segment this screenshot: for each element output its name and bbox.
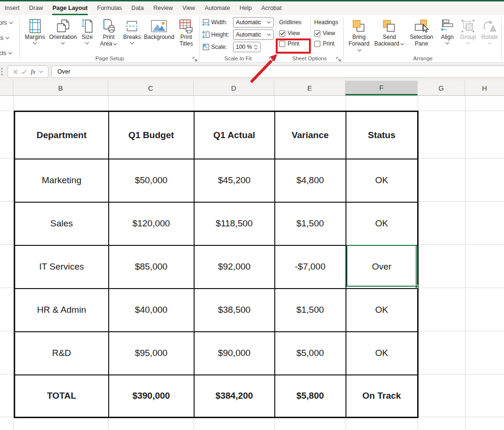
column-header-b[interactable]: B xyxy=(13,81,108,95)
column-header-g[interactable]: G xyxy=(418,81,465,95)
page-setup-dialog-launcher[interactable] xyxy=(192,55,198,61)
header-cell[interactable]: Variance xyxy=(275,112,346,159)
tab-acrobat[interactable]: Acrobat xyxy=(261,1,281,15)
arrange-group: Bring Forward Send Backward Selection Pa… xyxy=(345,15,501,63)
cell[interactable]: $5,000 xyxy=(275,332,346,375)
tab-page-layout[interactable]: Page Layout xyxy=(52,1,87,15)
column-header-c[interactable]: C xyxy=(108,81,194,95)
headings-column: Headings View Print xyxy=(313,19,340,49)
cell[interactable]: $90,000 xyxy=(194,332,275,375)
align-label: Align xyxy=(441,34,454,41)
column-header-f-selected[interactable]: F xyxy=(345,81,418,95)
headings-view-checkbox[interactable]: View xyxy=(314,28,340,38)
tab-formulas[interactable]: Formulas xyxy=(97,1,122,15)
column-header-e[interactable]: E xyxy=(274,81,345,95)
cell[interactable]: On Track xyxy=(346,375,418,418)
cancel-icon[interactable] xyxy=(13,69,18,75)
size-label: Size xyxy=(82,34,93,41)
chevron-down-icon xyxy=(130,42,134,45)
chevron-down-icon[interactable] xyxy=(39,70,43,73)
cell[interactable]: $38,500 xyxy=(194,289,275,332)
send-backward-button[interactable]: Send Backward xyxy=(374,18,405,47)
cell[interactable]: $92,000 xyxy=(194,245,275,289)
gridlines-print-checkbox[interactable]: Print xyxy=(279,39,307,48)
tab-insert[interactable]: Insert xyxy=(5,1,19,15)
header-cell[interactable]: Q1 Budget xyxy=(109,112,194,159)
selection-pane-button[interactable]: Selection Pane xyxy=(407,18,436,47)
height-select[interactable]: Automatic xyxy=(233,29,274,40)
column-header-a-partial[interactable] xyxy=(0,81,13,95)
cell[interactable]: OK xyxy=(346,202,418,245)
cell[interactable]: $384,200 xyxy=(194,375,275,418)
cell[interactable]: $118,500 xyxy=(194,202,275,245)
header-cell[interactable]: Status xyxy=(346,112,418,159)
headings-print-checkbox[interactable]: Print xyxy=(314,39,340,48)
column-header-h[interactable]: H xyxy=(465,81,504,95)
gridlines-view-checkbox[interactable]: View xyxy=(279,28,307,38)
cell[interactable]: $4,800 xyxy=(275,159,346,202)
cell[interactable]: Sales xyxy=(15,202,109,245)
breaks-button[interactable]: Breaks xyxy=(121,18,143,45)
cell[interactable]: OK xyxy=(346,332,418,375)
align-button[interactable]: Align xyxy=(438,18,457,45)
spin-up-icon[interactable] xyxy=(254,45,258,47)
print-titles-button[interactable]: Print Titles xyxy=(176,18,197,47)
cell[interactable]: HR & Admin xyxy=(15,289,109,332)
send-backward-icon xyxy=(382,18,396,34)
enter-check-icon[interactable] xyxy=(21,69,27,74)
worksheet-grid[interactable]: Department Q1 Budget Q1 Actual Variance … xyxy=(0,96,504,430)
cell[interactable]: $95,000 xyxy=(109,332,194,375)
cell[interactable]: OK xyxy=(346,289,418,332)
orientation-button[interactable]: Orientation xyxy=(48,18,77,45)
print-area-button[interactable]: Print Area xyxy=(97,18,120,47)
cell[interactable]: $45,200 xyxy=(194,159,275,202)
tab-draw[interactable]: Draw xyxy=(29,1,43,15)
send-backward-label: Send Backward xyxy=(374,34,405,47)
bring-forward-button[interactable]: Bring Forward xyxy=(346,18,372,54)
cell[interactable]: TOTAL xyxy=(15,375,109,418)
cell[interactable]: OK xyxy=(346,159,418,202)
cell[interactable]: $5,800 xyxy=(275,375,346,418)
tab-help[interactable]: Help xyxy=(240,1,252,15)
cell[interactable]: $1,500 xyxy=(275,289,346,332)
theme-colors-button[interactable]: ors xyxy=(0,19,19,26)
scale-spinner[interactable]: 100 % xyxy=(233,42,261,52)
cell[interactable]: -$7,000 xyxy=(275,245,346,289)
orientation-label: Orientation xyxy=(49,34,77,41)
tab-view[interactable]: View xyxy=(182,1,195,15)
formula-bar-grip-icon[interactable] xyxy=(1,67,3,78)
spin-down-icon[interactable] xyxy=(254,47,258,50)
formula-input[interactable]: Over xyxy=(51,65,504,78)
cell[interactable]: $50,000 xyxy=(109,159,194,202)
chevron-down-icon xyxy=(267,21,271,24)
cell[interactable]: IT Services xyxy=(15,245,109,289)
cell[interactable]: $390,000 xyxy=(109,375,194,418)
margins-button[interactable]: Margins xyxy=(22,18,47,45)
width-select[interactable]: Automatic xyxy=(233,17,274,28)
header-cell[interactable]: Department xyxy=(15,112,109,159)
size-button[interactable]: Size xyxy=(78,18,96,45)
table-row: Sales $120,000 $118,500 $1,500 OK xyxy=(15,202,418,245)
cell[interactable]: $85,000 xyxy=(109,245,194,289)
selected-cell[interactable]: Over xyxy=(346,245,418,289)
tab-data[interactable]: Data xyxy=(131,1,144,15)
cell[interactable]: Marketing xyxy=(15,159,109,202)
cell[interactable]: $40,000 xyxy=(109,289,194,332)
tab-automate[interactable]: Automate xyxy=(205,1,230,15)
selection-pane-label: Selection Pane xyxy=(407,34,436,47)
cell[interactable]: R&D xyxy=(15,332,109,375)
scale-to-fit-dialog-launcher[interactable] xyxy=(269,55,274,61)
cell[interactable]: $1,500 xyxy=(275,202,346,245)
cell[interactable]: $120,000 xyxy=(109,202,194,245)
insert-function-button[interactable]: fx xyxy=(31,68,35,75)
tab-review[interactable]: Review xyxy=(153,1,173,15)
group-label: Group xyxy=(460,34,476,41)
header-cell[interactable]: Q1 Actual xyxy=(194,112,275,159)
background-button[interactable]: Background xyxy=(144,18,175,41)
theme-fonts-button[interactable]: ts xyxy=(0,35,19,41)
gridlines-print-label: Print xyxy=(288,40,299,47)
theme-effects-button[interactable]: cts xyxy=(0,50,19,56)
sheet-options-dialog-launcher[interactable] xyxy=(336,55,342,61)
chevron-down-icon xyxy=(466,42,470,45)
column-header-d[interactable]: D xyxy=(194,81,274,95)
